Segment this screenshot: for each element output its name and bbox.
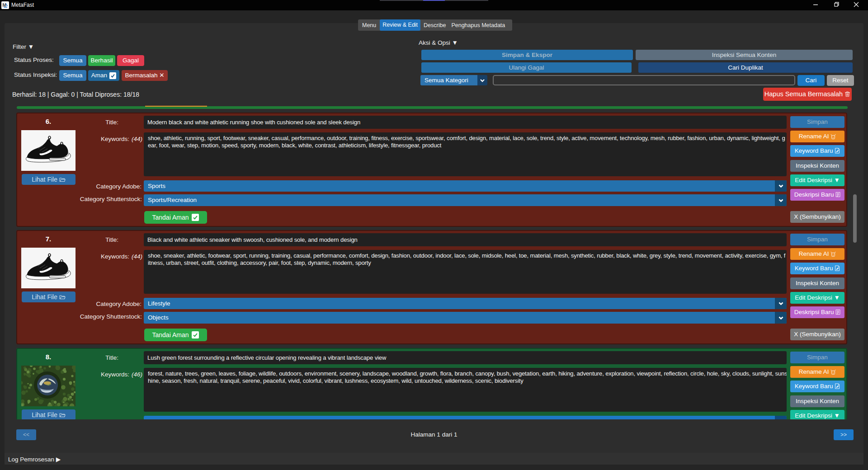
svg-text:M: M — [2, 2, 6, 8]
